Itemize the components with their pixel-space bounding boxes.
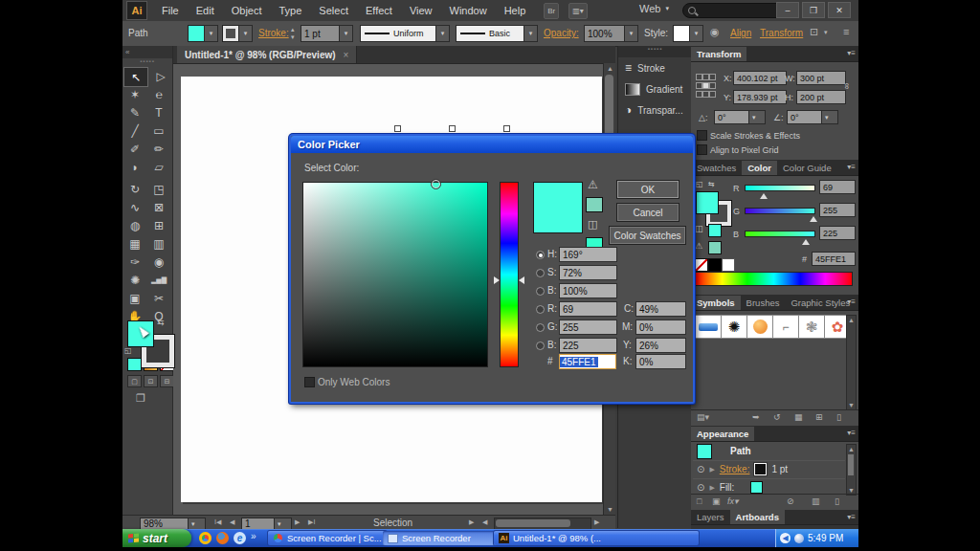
align-pixel-grid-checkbox[interactable] [697,144,707,155]
k-field[interactable]: 0% [635,354,686,369]
isolate-selection-icon[interactable]: ⊡ [810,26,818,38]
symbol-thumb-swirl[interactable]: ❃ [798,315,825,339]
status-expand-icon[interactable]: ▶ [469,518,474,526]
menu-window[interactable]: Window [441,0,496,21]
eraser-tool[interactable]: ▱ [147,158,170,176]
style-swatch[interactable] [673,25,690,42]
tab-transform[interactable]: Transform [691,47,746,61]
draw-inside-button[interactable]: ⊟ [160,375,174,387]
search-input[interactable] [682,3,785,18]
dock-item-gradient[interactable]: Gradient [618,78,692,99]
workspace-switcher[interactable]: Web▾ [639,3,669,14]
scale-strokes-checkbox[interactable] [697,130,707,141]
ie-quicklaunch-icon[interactable]: e [234,532,246,544]
appearance-scrollbar[interactable]: ▲ ▼ [846,444,857,496]
out-of-gamut-warning-icon[interactable]: ⚠ [695,241,702,251]
arrange-documents-icon[interactable]: ▥▾ [568,3,588,19]
free-transform-tool[interactable]: ⊠ [147,198,170,216]
selection-tool[interactable]: ↖ [123,67,148,87]
document-setup-icon[interactable]: ◉ [710,26,720,38]
color-swatches-button[interactable]: Color Swatches [609,226,686,245]
fill-color-dropdown-icon[interactable]: ▾ [204,25,218,42]
dock-item-transparency[interactable]: ◑ Transpar... [618,99,692,121]
profile-dropdown-icon[interactable]: ▾ [435,25,450,42]
s-field[interactable]: 72% [559,265,617,280]
appearance-scroll-down-icon[interactable]: ▼ [848,487,855,494]
color-none-mini-icon[interactable]: ◱ [696,180,703,188]
direct-selection-tool[interactable]: ▷ [149,67,172,85]
rotate-dropdown-icon[interactable]: ▾ [748,110,766,124]
tools-panel-header[interactable]: « [122,46,172,58]
symbols-scrollbar[interactable]: ▲ ▼ [846,315,857,410]
appearance-stroke-swatch[interactable] [754,463,767,475]
r-value-field[interactable]: 69 [819,180,856,194]
rectangle-tool[interactable]: ▭ [147,121,170,140]
only-web-colors-checkbox[interactable] [304,377,315,387]
restore-button[interactable]: ❐ [802,2,825,18]
default-fill-stroke-icon[interactable]: ◱ [124,346,132,355]
tab-color[interactable]: Color [742,161,777,175]
menu-edit[interactable]: Edit [188,0,223,21]
scale-tool[interactable]: ◳ [147,180,170,198]
gamut-color-swatch[interactable] [586,197,603,212]
hue-slider[interactable] [500,182,519,367]
quicklaunch-overflow-chevron[interactable]: » [251,531,256,541]
rotate-tool[interactable]: ↻ [123,180,146,198]
symbol-thumb-orb[interactable] [746,315,773,339]
color-swap-icon[interactable]: ⇆ [708,180,715,188]
symbol-options-icon[interactable]: ▦ [794,412,803,422]
color-fill-proxy[interactable] [696,191,719,214]
draw-normal-button[interactable]: ▢ [127,375,142,387]
prev-artboard-icon[interactable]: ◀ [230,518,234,526]
tab-appearance[interactable]: Appearance [691,427,754,441]
h-field[interactable]: 200 pt [796,90,846,104]
opacity-label[interactable]: Opacity: [544,28,579,38]
color-spectrum-bar[interactable] [695,272,853,286]
cancel-button[interactable]: Cancel [616,203,679,222]
g-slider[interactable] [745,208,815,214]
out-of-web-cube-icon[interactable]: ◫ [695,224,703,233]
horizontal-scroll-thumb[interactable] [496,519,570,527]
new-symbol-icon[interactable]: ⊞ [815,412,823,422]
stroke-color-swatch[interactable] [222,25,239,42]
tab-layers[interactable]: Layers [691,510,730,524]
draw-behind-button[interactable]: ⊡ [144,375,158,387]
r-slider[interactable] [745,185,815,191]
pencil-tool[interactable]: ✏ [147,140,170,158]
symbols-scroll-up-icon[interactable]: ▲ [848,317,855,323]
g-value-field[interactable]: 255 [819,203,856,217]
selection-handle[interactable] [394,125,401,132]
appearance-stroke-row[interactable]: ⊙ ▶ Stroke: 1 pt [693,460,845,479]
b-slider[interactable] [745,231,815,237]
fill-expand-icon[interactable]: ▶ [709,484,714,492]
s-radio[interactable] [536,269,545,277]
width-tool[interactable]: ∿ [123,198,146,216]
hex-field[interactable]: 45FFE1 [812,252,856,266]
hue-marker-right[interactable] [515,276,524,284]
next-artboard-icon[interactable]: ▶ [295,518,300,526]
r-slider-thumb[interactable] [760,189,768,199]
scroll-up-icon[interactable]: ▲ [607,65,613,72]
tab-swatches[interactable]: Swatches [691,161,742,175]
web-cube-icon[interactable]: ◫ [588,218,597,231]
g-slider-thumb[interactable] [810,212,817,222]
tray-chevron-icon[interactable]: ◀ [780,533,791,543]
add-fill-icon[interactable]: ▣ [712,496,721,506]
layers-strip-menu-icon[interactable]: ▾≡ [847,513,856,521]
document-tab[interactable]: Untitled-1* @ 98% (RGB/Preview) × [177,46,357,63]
blob-brush-tool[interactable]: ◗ [123,158,146,176]
h-radio[interactable] [536,251,545,259]
b-value-field[interactable]: 225 [819,226,856,240]
tab-symbols[interactable]: Symbols [691,296,741,310]
symbol-sprayer-tool[interactable]: ✺ [123,271,146,289]
appearance-item-row[interactable]: Path [693,442,845,461]
variable-width-profile-select[interactable]: Uniform [360,25,442,42]
artboard-tool[interactable]: ▣ [123,289,146,307]
appearance-stroke-label[interactable]: Stroke: [720,464,750,474]
shape-builder-tool[interactable]: ◍ [123,216,146,234]
hex-input[interactable]: 45FFE1 [559,354,616,369]
color-picker-title-bar[interactable]: Color Picker [291,136,693,153]
selection-handle[interactable] [503,125,510,132]
h-field[interactable]: 169° [559,247,617,262]
delete-item-icon[interactable]: ▯ [835,496,839,506]
